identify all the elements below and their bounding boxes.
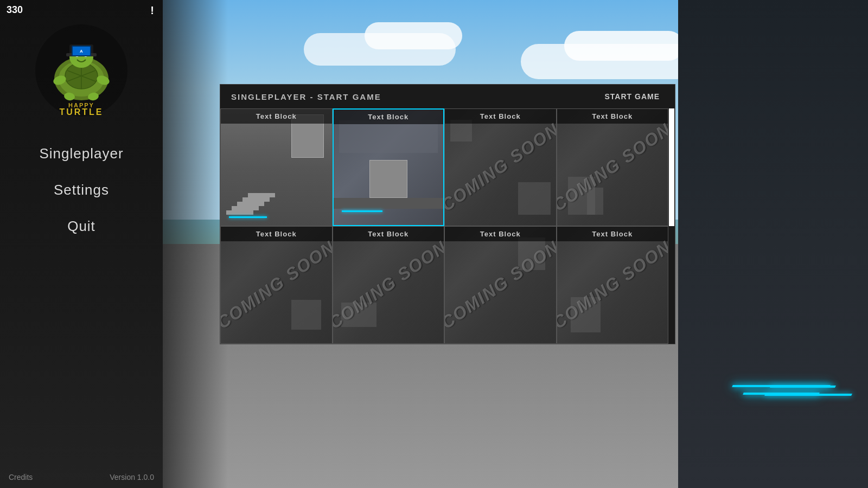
panel-title: SINGLEPLAYER - START GAME bbox=[231, 92, 381, 101]
coming-soon-text-5: COMING SOON bbox=[220, 236, 333, 333]
credits-link[interactable]: Credits bbox=[9, 473, 33, 481]
coming-soon-text-3: COMING SOON bbox=[444, 119, 557, 216]
cyan-accent-line bbox=[764, 394, 852, 396]
main-panel: SINGLEPLAYER - START GAME START GAME Tex… bbox=[220, 84, 675, 344]
alert-icon: ! bbox=[150, 4, 154, 17]
coming-soon-text-7: COMING SOON bbox=[444, 236, 557, 333]
coming-soon-text-4: COMING SOON bbox=[557, 119, 669, 216]
map-card-6[interactable]: Text Block COMING SOON bbox=[333, 226, 445, 344]
back-wall bbox=[339, 120, 438, 153]
ground-plane bbox=[334, 198, 444, 209]
panel-content: Text Block bbox=[220, 108, 675, 344]
cyan-floor-line bbox=[342, 210, 382, 212]
score-counter: 330 bbox=[7, 4, 23, 16]
map-card-4[interactable]: Text Block COMING SOON bbox=[557, 108, 669, 226]
map-card-2[interactable]: Text Block bbox=[333, 108, 445, 226]
nav-settings[interactable]: Settings bbox=[0, 177, 163, 203]
map-card-7[interactable]: Text Block COMING SOON bbox=[444, 226, 557, 344]
sidebar-footer: Credits Version 1.0.0 bbox=[0, 473, 163, 481]
panel-header: SINGLEPLAYER - START GAME START GAME bbox=[220, 85, 675, 108]
coming-soon-text-8: COMING SOON bbox=[557, 236, 669, 333]
right-wall-bg bbox=[678, 0, 868, 488]
map-scene-cube bbox=[334, 110, 444, 225]
svg-text:A: A bbox=[80, 49, 83, 54]
stair-step bbox=[226, 210, 253, 215]
nav-menu: Singleplayer Settings Quit bbox=[0, 141, 163, 239]
sidebar: 330 ! bbox=[0, 0, 163, 488]
stair-step bbox=[232, 206, 259, 210]
nav-quit[interactable]: Quit bbox=[0, 214, 163, 239]
coming-soon-text-6: COMING SOON bbox=[333, 236, 445, 333]
coming-soon-overlay-8: COMING SOON bbox=[557, 227, 668, 343]
cyan-floor-accent bbox=[732, 380, 841, 401]
coming-soon-overlay-5: COMING SOON bbox=[221, 227, 332, 343]
svg-text:TURTLE: TURTLE bbox=[59, 107, 103, 117]
happy-turtle-logo: A HAPPY TURTLE bbox=[33, 22, 130, 119]
cyan-accent-line bbox=[770, 386, 836, 388]
stair-step bbox=[237, 202, 264, 206]
cloud bbox=[365, 22, 462, 49]
center-cube bbox=[369, 160, 407, 198]
coming-soon-overlay-3: COMING SOON bbox=[445, 109, 556, 226]
map-card-3[interactable]: Text Block COMING SOON bbox=[444, 108, 557, 226]
map-card-2-title: Text Block bbox=[334, 110, 444, 124]
cloud bbox=[564, 31, 684, 61]
map-card-1[interactable]: Text Block bbox=[220, 108, 333, 226]
nav-singleplayer[interactable]: Singleplayer bbox=[0, 141, 163, 166]
map-card-2-preview bbox=[334, 110, 444, 225]
coming-soon-overlay-6: COMING SOON bbox=[333, 227, 444, 343]
stair-step bbox=[248, 193, 275, 197]
map-card-1-title: Text Block bbox=[221, 109, 332, 124]
map-grid: Text Block bbox=[220, 108, 668, 344]
map-card-5[interactable]: Text Block COMING SOON bbox=[220, 226, 333, 344]
coming-soon-overlay-4: COMING SOON bbox=[557, 109, 668, 226]
start-game-button[interactable]: START GAME bbox=[600, 90, 664, 103]
scrollbar-track[interactable] bbox=[668, 108, 675, 344]
scrollbar-thumb[interactable] bbox=[669, 108, 674, 226]
version-label: Version 1.0.0 bbox=[110, 473, 154, 481]
map-card-1-preview bbox=[221, 109, 332, 226]
map-card-8[interactable]: Text Block COMING SOON bbox=[557, 226, 669, 344]
coming-soon-overlay-7: COMING SOON bbox=[445, 227, 556, 343]
map-scene-stairs bbox=[221, 109, 332, 226]
stair-step bbox=[242, 197, 270, 202]
cyan-floor-line bbox=[229, 216, 267, 218]
logo-container: A HAPPY TURTLE bbox=[27, 16, 136, 125]
